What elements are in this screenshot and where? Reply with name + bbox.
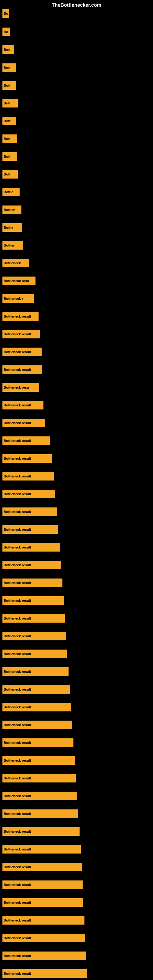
bar-item: Bottlen	[2, 205, 21, 214]
bar-fill: Bottleneck result	[2, 951, 86, 960]
bar-item: Bottleneck result	[2, 880, 83, 889]
bar-item: Bottleneck result	[2, 792, 77, 800]
bar-label-text: Bottleneck result	[4, 546, 31, 549]
bar-item: Bottleneck result	[2, 810, 78, 818]
bar-fill: Bott	[2, 81, 16, 90]
bar-item: Bott	[2, 117, 16, 125]
bar-item: Bottleneck result	[2, 561, 61, 569]
bar-item: Bottleneck	[2, 259, 29, 267]
bar-label-text: Bottleneck result	[4, 332, 31, 336]
bar-item: Bottleneck result	[2, 508, 57, 516]
bar-label-text: Bott	[4, 48, 10, 51]
bar-fill: Bottleneck result	[2, 348, 41, 356]
bar-fill: Bottleneck result	[2, 418, 45, 427]
bar-label-text: Bottleneck result	[4, 510, 31, 514]
bar-item: Bottleneck result	[2, 863, 82, 871]
bar-item: Bott	[2, 152, 17, 161]
bar-fill: Bottlen	[2, 241, 23, 250]
bar-item: Bott	[2, 170, 18, 178]
bar-item: Bottleneck result	[2, 543, 60, 552]
bar-item: Bottleneck resu	[2, 383, 39, 392]
bar-fill: Bottleneck result	[2, 845, 81, 854]
bar-item: Bo	[2, 27, 10, 36]
bar-label-text: Bo	[4, 12, 8, 15]
bar-item: Bottle	[2, 223, 22, 232]
bar-label-text: Bottleneck result	[4, 954, 31, 958]
bar-fill: Bottleneck r	[2, 294, 34, 303]
bar-item: Bottleneck result	[2, 969, 87, 978]
bar-item: Bottlen	[2, 241, 23, 250]
bar-item: Bottleneck result	[2, 472, 54, 480]
bar-fill: Bott	[2, 134, 17, 143]
bar-item: Bottleneck result	[2, 436, 50, 445]
bar-item: Bottleneck result	[2, 454, 52, 463]
bar-fill: Bottleneck result	[2, 543, 60, 552]
bar-fill: Bottleneck result	[2, 649, 67, 658]
bar-fill: Bottleneck result	[2, 934, 85, 942]
bar-fill: Bo	[2, 27, 10, 36]
bar-label-text: Bottleneck	[4, 261, 21, 265]
bar-label-text: Bottleneck r	[4, 297, 23, 301]
bar-item: Bottleneck resu	[2, 277, 35, 285]
bar-item: Bottleneck result	[2, 579, 62, 587]
bar-label-text: Bottleneck result	[4, 705, 31, 709]
bar-label-text: Bottleneck result	[4, 741, 31, 745]
bar-item: Bottle	[2, 188, 19, 196]
bar-label-text: Bottleneck result	[4, 865, 31, 869]
bar-label-text: Bottleneck result	[4, 403, 31, 407]
bar-item: Bott	[2, 99, 18, 108]
bar-item: Bottleneck result	[2, 667, 69, 676]
bar-item: Bott	[2, 45, 14, 54]
bar-fill: Bottleneck result	[2, 792, 77, 800]
bar-label-text: Bott	[4, 155, 10, 158]
bar-label-text: Bottleneck result	[4, 368, 31, 371]
bar-label-text: Bottleneck result	[4, 634, 31, 638]
bar-fill: Bottleneck result	[2, 614, 65, 623]
bar-item: Bottleneck result	[2, 934, 85, 942]
bar-fill: Bottleneck result	[2, 969, 87, 978]
bar-fill: Bottle	[2, 223, 22, 232]
bar-label-text: Bottleneck result	[4, 652, 31, 656]
bar-label-text: Bottleneck result	[4, 350, 31, 354]
bar-fill: Bottleneck result	[2, 685, 70, 694]
bar-label-text: Bott	[4, 137, 10, 140]
bar-item: Bottleneck result	[2, 525, 58, 534]
bar-label-text: Bottleneck result	[4, 687, 31, 691]
bar-label-text: Bottleneck result	[4, 474, 31, 478]
bar-label-text: Bottleneck result	[4, 581, 31, 585]
bar-fill: Bottle	[2, 188, 19, 196]
page-title: TheBottlenecker.com	[0, 2, 153, 8]
bar-label-text: Bottleneck result	[4, 421, 31, 425]
bar-item: Bottleneck result	[2, 418, 45, 427]
bar-fill: Bott	[2, 45, 14, 54]
bar-item: Bottleneck result	[2, 916, 84, 924]
bar-fill: Bottleneck result	[2, 703, 71, 711]
bar-fill: Bottleneck result	[2, 916, 84, 924]
bar-fill: Bottleneck result	[2, 738, 73, 747]
bar-fill: Bottleneck result	[2, 561, 61, 569]
bar-fill: Bottleneck result	[2, 596, 64, 605]
bar-label-text: Bottle	[4, 226, 13, 229]
bar-fill: Bottleneck	[2, 259, 29, 267]
bar-label-text: Bottleneck result	[4, 563, 31, 567]
bar-item: Bottleneck result	[2, 685, 70, 694]
bar-fill: Bottleneck resu	[2, 383, 39, 392]
bar-item: Bottleneck result	[2, 703, 71, 711]
bar-item: Bottleneck result	[2, 774, 76, 783]
bar-label-text: Bottleneck resu	[4, 385, 29, 389]
bar-fill: Bott	[2, 117, 16, 125]
bar-fill: Bottleneck result	[2, 312, 38, 321]
bar-fill: Bottleneck result	[2, 756, 75, 765]
bar-item: Bott	[2, 64, 16, 72]
bar-item: Bottleneck result	[2, 827, 80, 836]
bar-fill: Bott	[2, 152, 17, 161]
bar-label-text: Bottleneck result	[4, 830, 31, 833]
bar-item: Bottleneck result	[2, 951, 86, 960]
bar-item: Bottleneck result	[2, 365, 42, 374]
bar-label-text: Bottleneck result	[4, 847, 31, 851]
bar-label-text: Bottleneck result	[4, 492, 31, 496]
bar-item: Bottleneck result	[2, 898, 83, 907]
bar-label-text: Bottleneck result	[4, 528, 31, 531]
bar-label-text: Bottleneck result	[4, 794, 31, 798]
bar-item: Bott	[2, 134, 17, 143]
